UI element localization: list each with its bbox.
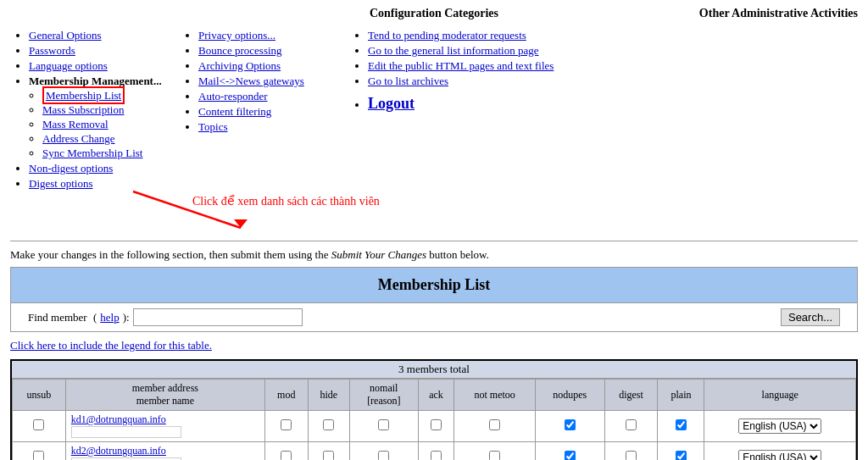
col-unsub: unsub <box>13 380 66 411</box>
mail-news-link[interactable]: Mail<->News gateways <box>198 75 304 87</box>
col-mod: mod <box>264 380 308 411</box>
other-admin-col: Tend to pending moderator requests Go to… <box>349 27 858 192</box>
hide-1[interactable] <box>323 419 334 430</box>
legend-link[interactable]: Click here to include the legend for thi… <box>10 339 212 352</box>
table-row: kd1@dotrungquan.info English (USA) <box>13 411 856 442</box>
config-title: Configuration Categories <box>292 7 575 20</box>
search-button[interactable]: Search... <box>781 308 840 326</box>
non-digest-link[interactable]: Non-digest options <box>29 162 113 175</box>
hide-2[interactable] <box>323 451 334 461</box>
divider <box>10 241 858 241</box>
list-archives-link[interactable]: Go to list archives <box>368 75 448 87</box>
col-ack: ack <box>418 380 454 411</box>
edit-html-link[interactable]: Edit the public HTML pages and text file… <box>368 59 554 72</box>
digest-1[interactable] <box>626 419 637 430</box>
auto-responder-link[interactable]: Auto-responder <box>198 90 268 103</box>
members-table-wrapper: 3 members total unsub member addressmemb… <box>10 359 858 460</box>
content-filtering-link[interactable]: Content filtering <box>198 105 271 118</box>
find-member-input[interactable] <box>133 308 303 326</box>
col-member-addr: member addressmember name <box>65 380 264 411</box>
language-options-link[interactable]: Language options <box>29 59 108 72</box>
passwords-link[interactable]: Passwords <box>29 44 75 57</box>
col-language: language <box>704 380 856 411</box>
archiving-options-link[interactable]: Archiving Options <box>198 59 281 72</box>
col-nomail: nomail[reason] <box>350 380 419 411</box>
col-plain: plain <box>658 380 704 411</box>
nomail-1[interactable] <box>378 419 389 430</box>
sync-membership-link[interactable]: Sync Membership List <box>42 147 142 159</box>
members-table: unsub member addressmember name mod hide… <box>12 379 856 460</box>
mod-1[interactable] <box>281 419 292 430</box>
member-name-1[interactable] <box>71 426 181 438</box>
membership-management-label: Membership Management... <box>29 75 162 87</box>
unsub-checkbox-2[interactable] <box>33 451 44 461</box>
general-options-link[interactable]: General Options <box>29 29 102 42</box>
nodupes-1[interactable] <box>565 419 576 430</box>
ack-2[interactable] <box>431 451 442 461</box>
plain-1[interactable] <box>676 419 687 430</box>
privacy-options-link[interactable]: Privacy options... <box>198 29 275 42</box>
other-admin-title: Other Administrative Activities <box>576 7 858 20</box>
find-member-label: Find member <box>28 311 87 324</box>
nomail-2[interactable] <box>378 451 389 461</box>
address-change-link[interactable]: Address Change <box>42 132 115 145</box>
mod-2[interactable] <box>281 451 292 461</box>
annotation-area: Click để xem danh sách các thành viên <box>10 187 858 234</box>
topics-link[interactable]: Topics <box>198 120 227 133</box>
member-email-2[interactable]: kd2@dotrungquan.info <box>71 445 166 457</box>
intro-paragraph: Make your changes in the following secti… <box>10 248 858 262</box>
mass-subscription-link[interactable]: Mass Subscription <box>42 103 124 116</box>
pending-moderator-link[interactable]: Tend to pending moderator requests <box>368 29 526 42</box>
col-hide: hide <box>308 380 349 411</box>
unsub-checkbox-1[interactable] <box>33 419 44 430</box>
annotation-text: Click để xem danh sách các thành viên <box>192 194 380 208</box>
help-link[interactable]: help <box>100 311 119 324</box>
ack-1[interactable] <box>431 419 442 430</box>
find-member-row: Find member (help): Search... <box>10 303 858 332</box>
language-2[interactable]: English (USA) <box>738 450 821 460</box>
col-digest: digest <box>604 380 658 411</box>
col-not-metoo: not metoo <box>454 380 536 411</box>
col-nodupes: nodupes <box>535 380 604 411</box>
not-metoo-2[interactable] <box>489 451 500 461</box>
nodupes-2[interactable] <box>565 451 576 461</box>
nav-col1: General Options Passwords Language optio… <box>10 27 180 192</box>
membership-list-link[interactable]: Membership List <box>42 86 125 104</box>
not-metoo-1[interactable] <box>489 419 500 430</box>
mass-removal-link[interactable]: Mass Removal <box>42 118 108 130</box>
table-row: kd2@dotrungquan.info English (USA) <box>13 442 856 461</box>
plain-2[interactable] <box>676 451 687 461</box>
language-1[interactable]: English (USA) <box>738 418 821 434</box>
bounce-processing-link[interactable]: Bounce processing <box>198 44 282 57</box>
list-info-link[interactable]: Go to the general list information page <box>368 44 538 57</box>
nav-col2: Privacy options... Bounce processing Arc… <box>180 27 349 192</box>
members-total: 3 members total <box>12 361 856 379</box>
digest-2[interactable] <box>626 451 637 461</box>
membership-list-header: Membership List <box>10 267 858 303</box>
member-email-1[interactable]: kd1@dotrungquan.info <box>71 413 166 425</box>
logout-link[interactable]: Logout <box>368 95 415 112</box>
